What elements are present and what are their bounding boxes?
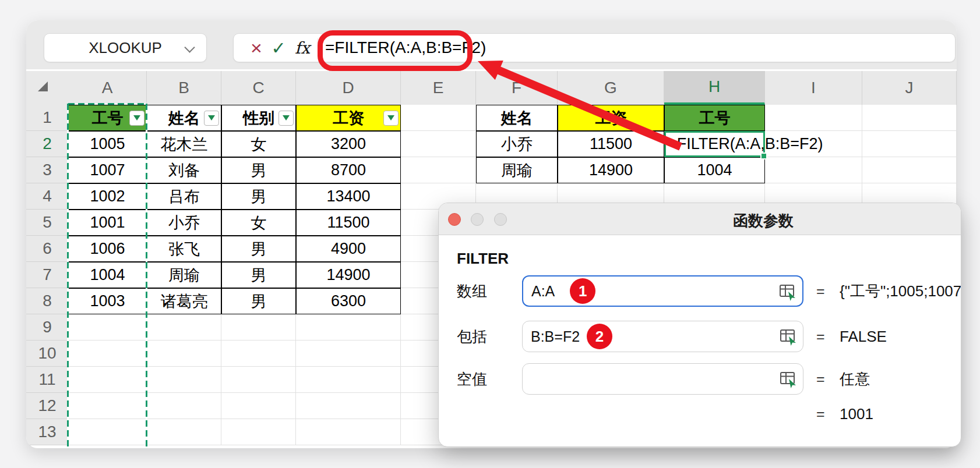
cell-A5[interactable]: 1001 — [68, 210, 147, 236]
grid-cell-B12[interactable] — [147, 393, 221, 419]
row-header-11[interactable]: 11 — [26, 367, 68, 393]
row-header-7[interactable]: 7 — [26, 262, 68, 288]
cell-D6[interactable]: 4900 — [296, 236, 401, 262]
cell-A1[interactable]: 工号 — [68, 105, 147, 131]
cell-G1[interactable]: 工资 — [558, 105, 664, 131]
active-cell-H2[interactable]: =FILTER(A:A,B:B=F2) — [664, 131, 765, 157]
column-header-G[interactable]: G — [558, 71, 664, 105]
cell-D3[interactable]: 8700 — [296, 157, 401, 183]
cell-B5[interactable]: 小乔 — [147, 210, 221, 236]
row-header-6[interactable]: 6 — [26, 236, 68, 262]
grid-cell-I1[interactable] — [765, 105, 862, 131]
grid-cell-E2[interactable] — [401, 131, 476, 157]
grid-cell-B11[interactable] — [147, 367, 221, 393]
cell-D5[interactable]: 11500 — [296, 210, 401, 236]
cell-B4[interactable]: 吕布 — [147, 183, 221, 210]
grid-cell-D10[interactable] — [296, 341, 401, 367]
grid-cell-E1[interactable] — [401, 105, 476, 131]
cell-A7[interactable]: 1004 — [68, 262, 147, 288]
name-box[interactable]: XLOOKUP — [44, 33, 207, 62]
column-header-H[interactable]: H — [664, 71, 765, 105]
row-header-5[interactable]: 5 — [26, 210, 68, 236]
row-header-9[interactable]: 9 — [26, 314, 68, 341]
cell-B2[interactable]: 花木兰 — [147, 131, 221, 157]
array-input[interactable]: A:A 1 — [522, 275, 803, 307]
grid-cell-A13[interactable] — [68, 419, 147, 445]
cell-C5[interactable]: 女 — [221, 210, 296, 236]
cell-C1[interactable]: 性别 — [221, 105, 296, 131]
cell-G3[interactable]: 14900 — [558, 157, 664, 183]
column-header-D[interactable]: D — [296, 71, 401, 105]
dialog-titlebar[interactable]: 函数参数 — [439, 203, 961, 235]
row-header-2[interactable]: 2 — [26, 131, 68, 157]
chevron-down-icon[interactable] — [184, 42, 195, 52]
cell-C7[interactable]: 男 — [221, 262, 296, 288]
cell-D8[interactable]: 6300 — [296, 288, 401, 314]
cell-D7[interactable]: 14900 — [296, 262, 401, 288]
confirm-icon[interactable]: ✓ — [267, 38, 290, 58]
range-picker-icon[interactable] — [778, 283, 797, 302]
if-empty-input[interactable] — [522, 363, 803, 395]
cell-B6[interactable]: 张飞 — [147, 236, 221, 262]
column-header-B[interactable]: B — [147, 71, 221, 105]
grid-cell-C13[interactable] — [221, 419, 296, 445]
cell-F2[interactable]: 小乔 — [476, 131, 558, 157]
filter-button-A1[interactable] — [129, 111, 144, 126]
cell-D1[interactable]: 工资 — [296, 105, 401, 131]
grid-cell-D13[interactable] — [296, 419, 401, 445]
column-header-C[interactable]: C — [221, 71, 296, 105]
column-header-I[interactable]: I — [765, 71, 862, 105]
close-window-icon[interactable] — [448, 213, 461, 226]
grid-cell-B13[interactable] — [147, 419, 221, 445]
cell-H1[interactable]: 工号 — [664, 105, 765, 131]
grid-cell-A11[interactable] — [68, 367, 147, 393]
column-header-J[interactable]: J — [862, 71, 957, 105]
cell-C6[interactable]: 男 — [221, 236, 296, 262]
grid-cell-C9[interactable] — [221, 314, 296, 341]
row-header-8[interactable]: 8 — [26, 288, 68, 314]
row-header-13[interactable]: 13 — [26, 419, 68, 445]
grid-cell-B10[interactable] — [147, 341, 221, 367]
grid-cell-A9[interactable] — [68, 314, 147, 341]
cell-C3[interactable]: 男 — [221, 157, 296, 183]
row-header-12[interactable]: 12 — [26, 393, 68, 419]
grid-cell-D9[interactable] — [296, 314, 401, 341]
row-header-3[interactable]: 3 — [26, 157, 68, 183]
column-header-A[interactable]: A — [68, 71, 147, 105]
grid-cell-I3[interactable] — [765, 157, 862, 183]
cell-C8[interactable]: 男 — [221, 288, 296, 314]
grid-cell-C11[interactable] — [221, 367, 296, 393]
select-all-corner[interactable] — [38, 81, 48, 91]
row-header-1[interactable]: 1 — [26, 105, 68, 131]
fill-handle[interactable] — [760, 153, 767, 159]
range-picker-icon[interactable] — [779, 328, 798, 346]
cell-A6[interactable]: 1006 — [68, 236, 147, 262]
grid-cell-D12[interactable] — [296, 393, 401, 419]
filter-button-C1[interactable] — [279, 111, 294, 126]
cell-A4[interactable]: 1002 — [68, 183, 147, 210]
row-header-10[interactable]: 10 — [26, 341, 68, 367]
insert-function-icon[interactable]: fx — [290, 38, 315, 58]
filter-button-D1[interactable] — [383, 111, 399, 126]
grid-cell-J3[interactable] — [862, 157, 957, 183]
grid-cell-C12[interactable] — [221, 393, 296, 419]
grid-cell-A12[interactable] — [68, 393, 147, 419]
range-picker-icon[interactable] — [779, 370, 798, 389]
cell-F3[interactable]: 周瑜 — [476, 157, 558, 183]
cell-B8[interactable]: 诸葛亮 — [147, 288, 221, 314]
cell-A3[interactable]: 1007 — [68, 157, 147, 183]
grid-cell-C10[interactable] — [221, 341, 296, 367]
grid-cell-J1[interactable] — [862, 105, 957, 131]
grid-cell-A10[interactable] — [68, 341, 147, 367]
cancel-icon[interactable]: × — [245, 35, 267, 61]
cell-A2[interactable]: 1005 — [68, 131, 147, 157]
grid-cell-J2[interactable] — [862, 131, 957, 157]
cell-G2[interactable]: 11500 — [558, 131, 664, 157]
cell-H3[interactable]: 1004 — [664, 157, 765, 183]
cell-A8[interactable]: 1003 — [68, 288, 147, 314]
cell-C2[interactable]: 女 — [221, 131, 296, 157]
cell-B7[interactable]: 周瑜 — [147, 262, 221, 288]
column-header-E[interactable]: E — [401, 71, 476, 105]
grid-cell-D11[interactable] — [296, 367, 401, 393]
formula-bar[interactable]: × ✓ fx =FILTER(A:A,B:B=F2) — [233, 33, 956, 62]
